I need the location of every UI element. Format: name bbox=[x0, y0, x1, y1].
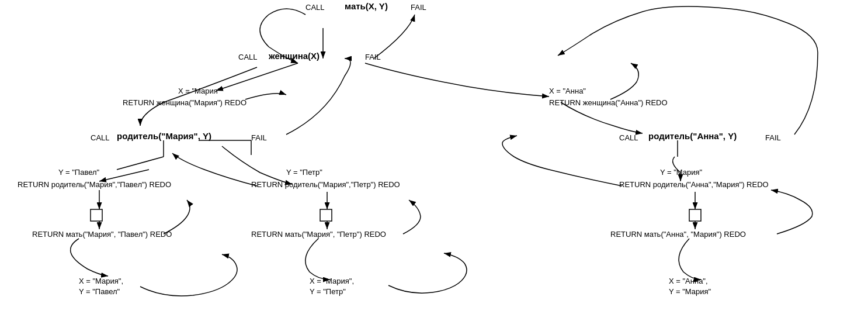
call-zhenshina-label: CALL bbox=[238, 53, 258, 61]
call-roditel-maria-label: CALL bbox=[91, 133, 110, 142]
top-fail-label: FAIL bbox=[411, 3, 426, 12]
roditel-maria-predicate-label: родитель("Мария", Y) bbox=[117, 131, 211, 141]
return-zhenshina-maria: RETURN женщина("Мария") REDO bbox=[123, 98, 246, 107]
svg-line-6 bbox=[117, 157, 164, 170]
return-roditel-maria-petr: RETURN родитель("Мария","Петр") REDO bbox=[251, 180, 400, 189]
y-pavel-assign: Y = "Павел" bbox=[58, 168, 99, 177]
return-roditel-maria-pavel: RETURN родитель("Мария","Павел") REDO bbox=[18, 180, 171, 189]
y-maria-anna-assign: Y = "Мария" bbox=[660, 168, 702, 177]
result1-line1: X = "Мария", bbox=[79, 277, 123, 285]
result2-line1: X = "Мария", bbox=[310, 277, 354, 285]
result3-line2: Y = "Мария" bbox=[669, 287, 711, 296]
return-mat-maria-pavel: RETURN мать("Мария", "Павел") REDO bbox=[32, 230, 172, 239]
top-call-label: CALL bbox=[305, 3, 325, 12]
x-maria-assign: X = "Мария" bbox=[178, 87, 220, 95]
svg-line-5 bbox=[99, 170, 149, 181]
y-petr-assign: Y = "Петр" bbox=[286, 168, 322, 177]
top-predicate-label: мать(X, Y) bbox=[345, 1, 388, 11]
return-mat-maria-petr: RETURN мать("Мария", "Петр") REDO bbox=[251, 230, 386, 239]
result3-line1: X = "Анна", bbox=[669, 277, 708, 285]
roditel-anna-predicate-label: родитель("Анна", Y) bbox=[648, 131, 737, 141]
fail-roditel-maria-label: FAIL bbox=[251, 133, 267, 142]
return-mat-anna-maria: RETURN мать("Анна", "Мария") REDO bbox=[610, 230, 746, 239]
x-anna-assign: X = "Анна" bbox=[549, 87, 586, 95]
svg-rect-18 bbox=[320, 209, 332, 221]
return-zhenshina-anna: RETURN женщина("Анна") REDO bbox=[549, 98, 668, 107]
fail-roditel-anna-label: FAIL bbox=[765, 133, 781, 142]
result2-line2: Y = "Петр" bbox=[310, 287, 346, 296]
svg-rect-19 bbox=[689, 209, 701, 221]
svg-rect-17 bbox=[91, 209, 102, 221]
call-roditel-anna-label: CALL bbox=[619, 133, 638, 142]
return-roditel-anna-maria: RETURN родитель("Анна","Мария") REDO bbox=[619, 180, 769, 189]
zhenshina-predicate-label: женщина(X) bbox=[269, 51, 320, 61]
fail-zhenshina-label: FAIL bbox=[365, 53, 381, 61]
result1-line2: Y = "Павел" bbox=[79, 287, 120, 296]
